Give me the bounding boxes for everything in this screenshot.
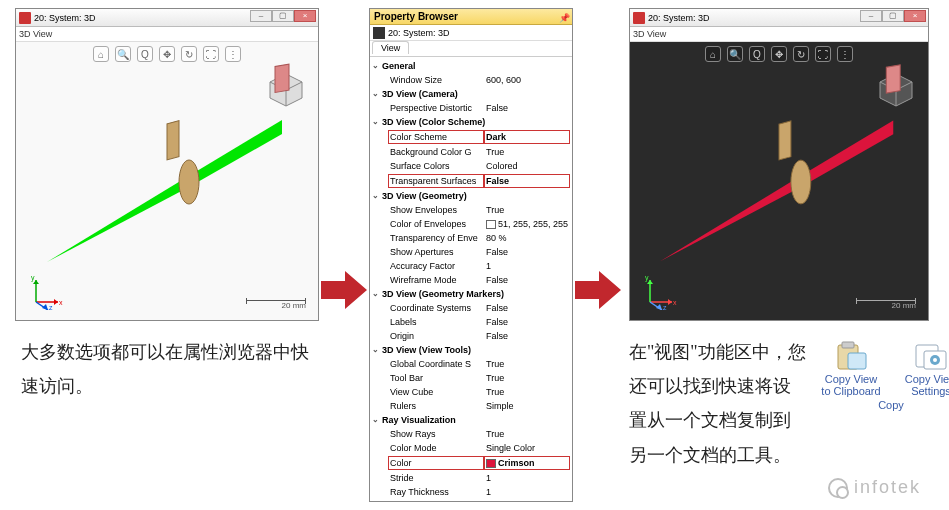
svg-rect-5	[167, 121, 179, 160]
property-group[interactable]: ⌄3D View (Geometry)	[370, 189, 572, 203]
property-browser-subtitle: 20: System: 3D	[370, 25, 572, 41]
property-tabs: View	[370, 41, 572, 57]
titlebar[interactable]: 20: System: 3D – ▢ ×	[630, 9, 928, 27]
svg-marker-17	[575, 271, 621, 309]
minimize-button[interactable]: –	[250, 10, 272, 22]
property-row[interactable]: View CubeTrue	[370, 385, 572, 399]
svg-marker-20	[660, 177, 801, 261]
svg-point-4	[179, 160, 199, 204]
property-row[interactable]: Wireframe ModeFalse	[370, 273, 572, 287]
copy-view-clipboard-button[interactable]: Copy View to Clipboard	[817, 341, 885, 397]
svg-rect-6	[275, 64, 289, 92]
property-row[interactable]: Transparency of Enve80 %	[370, 231, 572, 245]
property-row[interactable]: Color SchemeDark	[370, 129, 572, 145]
property-browser: Property Browser 📌 20: System: 3D View ⌄…	[369, 8, 573, 502]
window-title: 20: System: 3D	[648, 13, 710, 23]
property-row[interactable]: Ray Thickness1	[370, 485, 572, 499]
property-row[interactable]: Show RaysTrue	[370, 427, 572, 441]
svg-rect-23	[779, 121, 791, 160]
property-row[interactable]: Perspective DistorticFalse	[370, 101, 572, 115]
svg-text:y: y	[31, 274, 35, 282]
svg-marker-8	[54, 299, 58, 305]
svg-marker-21	[799, 120, 893, 187]
window-3d-light: 20: System: 3D – ▢ × 3D View ⌂ 🔍 Q ✥ ↻ ⛶…	[15, 8, 319, 321]
window-controls: – ▢ ×	[250, 10, 316, 22]
app-icon	[19, 12, 31, 24]
svg-point-40	[933, 358, 937, 362]
property-group[interactable]: ⌄3D View (Geometry Markers)	[370, 287, 572, 301]
settings-copy-icon	[914, 341, 948, 371]
svg-text:x: x	[673, 299, 677, 306]
axes-gizmo: x y z	[28, 274, 64, 310]
svg-text:x: x	[59, 299, 63, 306]
property-row[interactable]: Background Color GTrue	[370, 145, 572, 159]
svg-marker-2	[47, 177, 189, 262]
wechat-icon	[828, 478, 848, 498]
property-row[interactable]: Show EnvelopesTrue	[370, 203, 572, 217]
viewport-3d[interactable]: ⌂ 🔍 Q ✥ ↻ ⛶ ⋮	[630, 42, 928, 320]
property-row[interactable]: OriginFalse	[370, 329, 572, 343]
caption-left: 大多数选项都可以在属性浏览器中快速访问。	[15, 335, 319, 403]
svg-text:z: z	[663, 304, 667, 310]
property-row[interactable]: Color ModeSingle Color	[370, 441, 572, 455]
ribbon-copy-group: Copy View to Clipboard Copy View Setting…	[817, 335, 949, 472]
maximize-button[interactable]: ▢	[882, 10, 904, 22]
tab-view[interactable]: View	[372, 41, 409, 54]
property-row[interactable]: Window Size600, 600	[370, 73, 572, 87]
svg-point-22	[791, 160, 811, 204]
window-3d-dark: 20: System: 3D – ▢ × 3D View ⌂ 🔍 Q ✥ ↻ ⛶…	[629, 8, 929, 321]
clipboard-icon	[834, 341, 868, 371]
scale-bar: 20 mm	[246, 300, 306, 310]
svg-text:y: y	[645, 274, 649, 282]
pin-icon[interactable]: 📌	[558, 10, 570, 22]
caption-right: 在"视图"功能区中，您还可以找到快速将设置从一个文档复制到另一个文档的工具。	[629, 335, 807, 472]
property-group[interactable]: ⌄3D View (Camera)	[370, 87, 572, 101]
maximize-button[interactable]: ▢	[272, 10, 294, 22]
close-button[interactable]: ×	[294, 10, 316, 22]
copy-view-settings-button[interactable]: Copy View Settings	[897, 341, 949, 397]
svg-rect-24	[886, 65, 900, 93]
view-label: 3D View	[16, 27, 318, 42]
property-row[interactable]: Global Coordinate STrue	[370, 357, 572, 371]
property-list[interactable]: ⌄GeneralWindow Size600, 600⌄3D View (Cam…	[370, 57, 572, 501]
property-row[interactable]: RulersSimple	[370, 399, 572, 413]
titlebar[interactable]: 20: System: 3D – ▢ ×	[16, 9, 318, 27]
window-title: 20: System: 3D	[34, 13, 96, 23]
watermark: infotek	[828, 477, 921, 498]
svg-rect-36	[848, 353, 866, 369]
svg-marker-3	[187, 120, 282, 187]
property-row[interactable]: Stride1	[370, 471, 572, 485]
property-row[interactable]: Accuracy Factor1	[370, 259, 572, 273]
property-row[interactable]: ColorCrimson	[370, 455, 572, 471]
app-icon	[633, 12, 645, 24]
minimize-button[interactable]: –	[860, 10, 882, 22]
property-row[interactable]: Tool BarTrue	[370, 371, 572, 385]
window-controls: – ▢ ×	[860, 10, 926, 22]
property-group[interactable]: ⌄General	[370, 59, 572, 73]
svg-marker-26	[668, 299, 672, 305]
viewport-3d[interactable]: ⌂ 🔍 Q ✥ ↻ ⛶ ⋮	[16, 42, 318, 320]
property-row[interactable]: Coordinate SystemsFalse	[370, 301, 572, 315]
view-label: 3D View	[630, 27, 928, 42]
property-browser-title[interactable]: Property Browser 📌	[370, 9, 572, 25]
property-group[interactable]: ⌄3D View (Color Scheme)	[370, 115, 572, 129]
doc-icon	[373, 27, 385, 39]
arrow-icon	[321, 269, 367, 311]
property-group[interactable]: ⌄Ray Visualization	[370, 413, 572, 427]
svg-text:z: z	[49, 304, 53, 310]
property-row[interactable]: Surface ColorsColored	[370, 159, 572, 173]
arrow-icon	[575, 269, 621, 311]
axes-gizmo: x y z	[642, 274, 678, 310]
svg-marker-16	[321, 271, 367, 309]
property-row[interactable]: LabelsFalse	[370, 315, 572, 329]
ribbon-group-label: Copy	[817, 399, 949, 411]
svg-rect-35	[842, 342, 854, 348]
property-group[interactable]: ⌄3D View (View Tools)	[370, 343, 572, 357]
property-row[interactable]: Show AperturesFalse	[370, 245, 572, 259]
close-button[interactable]: ×	[904, 10, 926, 22]
property-row[interactable]: Color of Envelopes51, 255, 255, 255	[370, 217, 572, 231]
scale-bar: 20 mm	[856, 300, 916, 310]
property-row[interactable]: Transparent SurfacesFalse	[370, 173, 572, 189]
